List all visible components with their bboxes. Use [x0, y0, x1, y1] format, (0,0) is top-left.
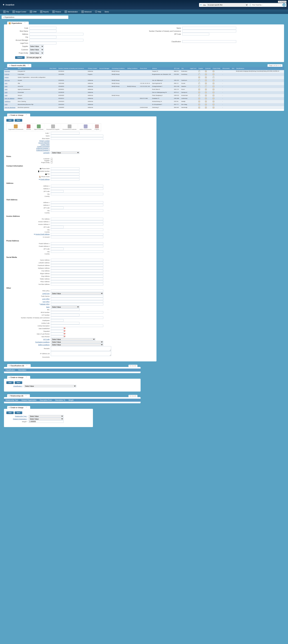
collapse-icon[interactable]: ⌃ [25, 395, 27, 397]
code-link[interactable]: FORTIS [5, 74, 9, 75]
input-emp[interactable] [51, 319, 64, 322]
input-facebook[interactable] [51, 264, 103, 266]
input-v-zip[interactable] [51, 207, 64, 209]
input-short-name[interactable] [29, 30, 56, 32]
table-row[interactable]: FORTISFortis Bank14018356KuypersBedrijf … [4, 73, 284, 76]
input-zip[interactable] [182, 33, 209, 35]
input-g-account[interactable] [51, 236, 103, 238]
select-sell-cond[interactable]: Select Value [51, 344, 103, 346]
input-date-est[interactable] [51, 327, 64, 330]
col-header[interactable]: Number Chamber of Industry and Commerce [58, 67, 87, 70]
tool-projects[interactable]: Projects [93, 124, 100, 130]
power-button[interactable]: ⏻ [282, 3, 285, 6]
label-purch-cond[interactable]: Purchasing Conditions [6, 341, 51, 343]
col-rel-org[interactable]: Related Organization [20, 399, 38, 402]
col-header[interactable]: Short Name [49, 67, 58, 70]
input-chamber2[interactable] [51, 316, 103, 319]
input-inv-email[interactable] [51, 233, 103, 236]
input-name[interactable] [182, 27, 236, 29]
code-link[interactable]: 1006 [5, 95, 8, 96]
label-d-eng2[interactable]: Preferred Engineer 2 [6, 150, 51, 151]
code-link[interactable]: 100 Four [5, 80, 10, 81]
input-youtube[interactable] [51, 283, 103, 286]
input-d-name[interactable] [51, 135, 103, 137]
menu-budget[interactable]: Budget Control [11, 10, 28, 14]
input-iban[interactable] [51, 311, 103, 314]
col-header[interactable]: Customer [204, 67, 212, 70]
add-button[interactable]: Add [6, 411, 14, 414]
funnel-icon[interactable]: ▼ [200, 4, 202, 6]
input-icq[interactable] [51, 270, 103, 272]
input-rss[interactable] [51, 290, 103, 292]
select-language[interactable]: Select Value [51, 152, 79, 154]
time-travel-input[interactable] [263, 4, 282, 6]
menu-crm[interactable]: CRM [28, 10, 38, 14]
label-icon[interactable]: Icon (URL) [6, 301, 51, 302]
input-hyves[interactable] [51, 259, 103, 261]
calendar-icon[interactable]: 📅 [64, 328, 65, 329]
col-header[interactable]: Classifications [235, 67, 284, 70]
code-link[interactable]: system [5, 76, 9, 78]
input-plaxo[interactable] [51, 280, 103, 283]
input-myspace[interactable] [51, 267, 103, 269]
select-entity[interactable]: Select Value [29, 52, 44, 54]
input-xing[interactable] [51, 275, 103, 277]
col-header[interactable]: Size [231, 67, 235, 70]
col-header[interactable]: Legal Form [189, 67, 198, 70]
table-row[interactable]: 1005Elementair23235235AstikemaDuin en Wa… [4, 91, 284, 94]
collapse-icon[interactable]: ⌃ [26, 114, 27, 116]
select-vatcode[interactable]: Select Value [51, 338, 95, 340]
input-twitter[interactable] [51, 278, 103, 280]
col-description[interactable]: Description [17, 368, 28, 372]
menu-help[interactable]: ⓘHelp [93, 10, 103, 14]
col-header[interactable]: Primary Contact [87, 67, 99, 70]
input-i-addr2[interactable] [51, 223, 103, 226]
input-i-addr1[interactable] [51, 220, 103, 223]
input-trade[interactable] [51, 295, 103, 297]
collapse-icon[interactable]: ⌃ [24, 22, 26, 24]
label-d-lang[interactable]: Language [6, 152, 51, 154]
code-link[interactable]: 1007 NL Balance [5, 98, 14, 99]
select-customer[interactable]: Select Value [29, 48, 44, 51]
input-ip[interactable] [51, 351, 111, 356]
add-button[interactable]: Add [6, 119, 14, 122]
filter-label[interactable]: Filter [203, 4, 206, 6]
input-website[interactable] [51, 303, 103, 306]
input-v-addr1[interactable] [51, 201, 103, 204]
project-filter-select[interactable]: No project-specific filter [207, 4, 248, 6]
tool-persons[interactable]: Persons [25, 124, 32, 130]
table-row[interactable]: 1008DevoDevo Catering2342432XAstikemaAmb… [4, 100, 284, 103]
input-v-addr2[interactable] [51, 204, 103, 206]
new-button[interactable]: New [15, 381, 22, 384]
col-classification[interactable]: Classification [4, 368, 17, 372]
code-link[interactable]: Energetic [5, 70, 10, 72]
input-icon[interactable] [51, 300, 103, 303]
table-row[interactable]: systemSystem Organization - remove after… [4, 76, 284, 79]
col-header[interactable]: City [181, 67, 189, 70]
input-p-zip[interactable] [51, 248, 64, 250]
code-link[interactable]: 1003 [5, 89, 8, 90]
input-p-addr1[interactable] [51, 242, 103, 245]
select-classification[interactable]: Select Value [24, 385, 76, 387]
input-chamber[interactable] [182, 30, 236, 32]
new-button[interactable]: New [15, 119, 22, 122]
label-vatcode[interactable]: VAT Code [6, 338, 51, 340]
label-d-mgr[interactable]: Account Manager [6, 142, 51, 144]
input-email[interactable] [51, 178, 79, 180]
input-remarks[interactable] [51, 346, 111, 351]
breadcrumb-item[interactable]: Organizations [5, 16, 14, 18]
label-d-eng1[interactable]: Preferred Engineer 1 [6, 148, 51, 149]
input-p-addr2[interactable] [51, 245, 103, 248]
col-header[interactable]: Phone Work [139, 67, 152, 70]
code-link[interactable]: 1005 [5, 92, 8, 93]
table-row[interactable]: 1003Agency Entertainment34534541Astikema… [4, 88, 284, 91]
input-logo[interactable] [51, 298, 103, 300]
input-addr1[interactable] [51, 185, 103, 187]
table-row[interactable]: 1007 NL BalanceBalance43243212Astikema03… [4, 97, 284, 100]
col-rel-type[interactable]: Relationship Type [4, 399, 20, 402]
input-bic[interactable] [51, 308, 79, 311]
tool-processes[interactable]: Open Processes [33, 124, 45, 130]
check-customer[interactable] [51, 158, 52, 160]
rows-per-page[interactable]: 10 rows per page [26, 56, 42, 59]
input-phone-work[interactable] [51, 168, 79, 170]
